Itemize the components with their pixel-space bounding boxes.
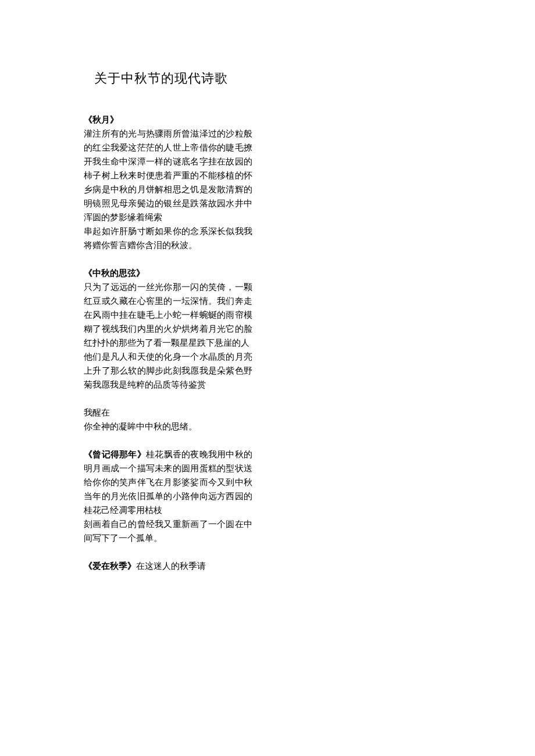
poem-section-2: 《中秋的思弦》 只为了远远的一丝光你那一闪的笑倚，一颗红豆或久藏在心窖里的一坛深… — [84, 266, 252, 392]
poem-section-3: 《曾记得那年》桂花飘香的夜晚我用中秋的明月画成一个描写未来的圆用蛋糕的型状送给你… — [84, 447, 252, 545]
poem-stanza: 他们是凡人和天使的化身一个水晶质的月亮上升了那么软的脚步此刻我愿我是朵紫色野菊我… — [84, 350, 252, 392]
poem-stanza: 《曾记得那年》桂花飘香的夜晚我用中秋的明月画成一个描写未来的圆用蛋糕的型状送给你… — [84, 447, 252, 517]
poem-heading-3: 《曾记得那年》 — [84, 450, 146, 459]
poem-section-4: 《爱在秋季》在这迷人的秋季请 — [84, 559, 252, 573]
poem-heading-2: 《中秋的思弦》 — [84, 268, 145, 278]
poem-section-2-trailing: 我醒在 你全神的凝眸中中秋的思绪。 — [84, 406, 252, 433]
poem-stanza: 灌注所有的光与热骤雨所曾滋泽过的沙粒般的红尘我爱这茫茫的人世上帝借你的睫毛撩开我… — [84, 127, 252, 224]
poem-section-1: 《秋月》 灌注所有的光与热骤雨所曾滋泽过的沙粒般的红尘我爱这茫茫的人世上帝借你的… — [84, 113, 252, 252]
poem-stanza: 你全神的凝眸中中秋的思绪。 — [84, 420, 252, 433]
poem-stanza: 刻画着自己的曾经我又重新画了一个圆在中间写下了一个孤单。 — [84, 517, 252, 545]
poem-text: 在这迷人的秋季请 — [136, 561, 206, 571]
poem-heading-4: 《爱在秋季》 — [84, 561, 136, 571]
poem-stanza: 《爱在秋季》在这迷人的秋季请 — [84, 559, 252, 573]
page-title: 关于中秋节的现代诗歌 — [94, 70, 252, 87]
poem-stanza: 串起如许肝肠寸断如果你的念系深长似我我将赠你誓言赠你含泪的秋波。 — [84, 224, 252, 252]
poem-heading-1: 《秋月》 — [84, 115, 119, 124]
poem-text: 桂花飘香的夜晚我用中秋的明月画成一个描写未来的圆用蛋糕的型状送给你你的笑声伴飞在… — [84, 450, 252, 515]
poem-stanza: 只为了远远的一丝光你那一闪的笑倚，一颗红豆或久藏在心窖里的一坛深情。我们奔走在风… — [84, 280, 252, 350]
poem-stanza: 我醒在 — [84, 406, 252, 420]
